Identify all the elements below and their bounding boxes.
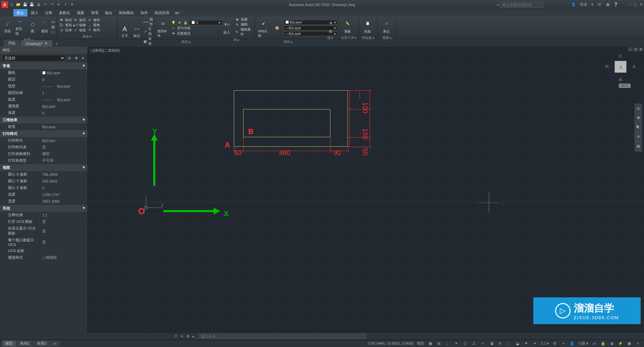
tab-addins[interactable]: 附加模块 bbox=[116, 9, 137, 16]
layer-dropdown[interactable]: 0▾ bbox=[189, 20, 223, 25]
viewcube[interactable]: 北 南 西 东 上 bbox=[607, 53, 634, 80]
prop-mat-value[interactable]: ByLayer bbox=[40, 123, 88, 130]
status-scale[interactable]: 1:1▾ bbox=[540, 341, 549, 346]
cmd-settings-icon[interactable]: ⚙ bbox=[186, 334, 191, 339]
table-button[interactable]: ▦表格 bbox=[144, 37, 153, 46]
linetype-button[interactable]: ⟼线性 bbox=[144, 17, 153, 27]
maximize-icon[interactable]: ▢ bbox=[634, 2, 637, 7]
prop-cz-value[interactable]: 0 bbox=[40, 185, 88, 191]
layer-lock-icon[interactable]: 🔒 bbox=[183, 20, 188, 25]
edit-block-button[interactable]: ✎编辑 bbox=[235, 22, 253, 27]
rotate-button[interactable]: ⟳旋转 bbox=[73, 18, 86, 22]
hatch-icon[interactable]: ▨ bbox=[51, 25, 55, 29]
tab-collab[interactable]: 协作 bbox=[137, 9, 151, 16]
tab-drawing1[interactable]: Drawing1*✕ bbox=[21, 40, 52, 47]
prop-as-value[interactable]: 1:1 bbox=[40, 212, 88, 218]
nav-zoom-icon[interactable]: 🔍 bbox=[635, 123, 642, 132]
quickselect-icon[interactable]: ⧉ bbox=[67, 55, 72, 61]
viewcube-north[interactable]: 北 bbox=[619, 53, 622, 58]
editattr-button[interactable]: ✎编辑属性 bbox=[235, 27, 253, 37]
array-button[interactable]: ⠿阵列 bbox=[87, 28, 100, 33]
dynucs-icon[interactable]: ⬓ bbox=[515, 341, 520, 346]
panel-view-title[interactable]: 视图 ▾ bbox=[378, 35, 396, 40]
selection-filter-icon[interactable]: ▼ bbox=[524, 341, 529, 346]
move-button[interactable]: ✥移动 bbox=[59, 18, 72, 22]
close-icon[interactable]: ✕ bbox=[640, 2, 643, 7]
vp-close-icon[interactable]: ✕ bbox=[639, 47, 643, 51]
gizmo-icon[interactable]: ✦ bbox=[532, 341, 538, 346]
search-input[interactable] bbox=[500, 2, 543, 8]
rect-icon[interactable]: ▭ bbox=[51, 20, 55, 24]
qat-redo-icon[interactable]: ↷ bbox=[50, 2, 54, 7]
prop-cx-value[interactable]: 796.3894 bbox=[40, 171, 88, 178]
signin-dropdown-icon[interactable]: ▾ bbox=[591, 2, 593, 7]
prop-h-value[interactable]: 1156.1787 bbox=[40, 191, 88, 198]
tab-layout2[interactable]: 布局2 bbox=[34, 340, 50, 347]
group-other[interactable]: 其他▾ bbox=[0, 205, 88, 212]
prop-vs-value[interactable]: 二维线框 bbox=[40, 254, 88, 261]
mirror-button[interactable]: ▲▽镜像 bbox=[73, 23, 86, 28]
prop-psa-value[interactable]: 模型 bbox=[40, 151, 88, 157]
signin-icon[interactable]: 👤 bbox=[571, 2, 576, 7]
tab-expand-icon[interactable]: ▣▾ bbox=[173, 11, 182, 15]
base-button[interactable]: ▭基点 bbox=[380, 17, 393, 35]
search-arrow-icon[interactable]: ▸ bbox=[497, 2, 499, 7]
help-icon[interactable]: ❔ bbox=[613, 2, 618, 7]
qat-open-icon[interactable]: 📂 bbox=[16, 2, 21, 7]
qat-dropdown-icon[interactable]: ▾ bbox=[56, 2, 61, 7]
annotation-scale-icon[interactable]: ⚙ bbox=[552, 341, 557, 346]
scale-button[interactable]: ⤢缩放 bbox=[73, 28, 86, 33]
polyline-button[interactable]: 〰多段线 bbox=[14, 17, 26, 37]
transparency-toggle-icon[interactable]: ◨ bbox=[489, 341, 494, 346]
viewcube-west[interactable]: 西 bbox=[605, 64, 609, 69]
prop-ucs2-value[interactable]: 是 bbox=[40, 225, 88, 237]
insert-button[interactable]: ⬇▭插入 bbox=[220, 18, 233, 36]
paste-button[interactable]: 📋粘贴 bbox=[361, 17, 374, 35]
annotation-icon[interactable]: 👤 bbox=[570, 341, 575, 346]
osnap-toggle-icon[interactable]: ◻ bbox=[463, 341, 468, 346]
nav-wheel-icon[interactable]: ◎ bbox=[635, 104, 642, 113]
qat-more-icon[interactable]: ▾ bbox=[70, 2, 74, 7]
prop-ltscale-value[interactable]: 1 bbox=[40, 90, 88, 96]
snap-toggle-icon[interactable]: ⊞ bbox=[436, 341, 442, 346]
viewcube-top-face[interactable]: 上 bbox=[614, 61, 627, 73]
setcurrent-button[interactable]: ✓置为当前 bbox=[171, 26, 223, 31]
viewcube-south[interactable]: 南 bbox=[619, 77, 622, 82]
prop-pstt-value[interactable]: 不可用 bbox=[40, 157, 88, 164]
otrack-toggle-icon[interactable]: ∠ bbox=[471, 341, 477, 346]
clean-screen-icon[interactable]: ▣ bbox=[627, 341, 632, 346]
group-3d[interactable]: 三维效果▾ bbox=[0, 116, 88, 123]
new-tab-button[interactable]: + bbox=[53, 41, 60, 47]
tab-output[interactable]: 输出 bbox=[102, 9, 116, 16]
measure-button[interactable]: 📏测量 bbox=[341, 17, 354, 35]
prop-color-value[interactable]: ByLayer bbox=[40, 69, 88, 76]
layer-freeze-icon[interactable]: ❄ bbox=[177, 20, 182, 25]
panel-layer-title[interactable]: 图层 ▾ bbox=[154, 39, 218, 44]
prop-thick-value[interactable]: 0 bbox=[40, 110, 88, 116]
tab-view[interactable]: 视图 bbox=[73, 9, 88, 16]
prop-ucs3-value[interactable]: 是 bbox=[40, 237, 88, 247]
status-units[interactable]: 小数▾ bbox=[578, 341, 589, 346]
app-logo[interactable]: A bbox=[1, 1, 8, 8]
polar-toggle-icon[interactable]: ✳ bbox=[454, 341, 459, 346]
trim-button[interactable]: ✂修剪 bbox=[87, 18, 100, 22]
viewport-label[interactable]: [-][俯视][二维线框] bbox=[91, 48, 120, 53]
panel-clip-title[interactable]: 剪贴板 ▾ bbox=[359, 35, 377, 40]
cmd-close-icon[interactable]: ✕ bbox=[180, 334, 185, 339]
group-plot[interactable]: 打印样式▾ bbox=[0, 130, 88, 137]
qat-save-icon[interactable]: 💾 bbox=[23, 2, 28, 7]
tab-model[interactable]: 模型 bbox=[2, 340, 16, 347]
dim-button[interactable]: ⟼标注 bbox=[131, 24, 142, 39]
prop-cy-value[interactable]: 258.4591 bbox=[40, 178, 88, 184]
drawing-viewport[interactable]: [-][俯视][二维线框] − ▢ ✕ X Y bbox=[88, 47, 644, 333]
tab-annotate[interactable]: 注释 bbox=[42, 9, 56, 16]
hardware-accel-icon[interactable]: ⚡ bbox=[618, 341, 623, 346]
panel-util-title[interactable]: 实用工具 ▾ bbox=[339, 35, 359, 40]
command-input[interactable] bbox=[199, 334, 366, 339]
cmd-handle-icon[interactable]: ⠿ bbox=[174, 334, 179, 339]
group-button[interactable]: ⧉组 bbox=[324, 17, 337, 35]
lweight-toggle-icon[interactable]: ≡ bbox=[480, 341, 485, 346]
selection-dropdown[interactable]: 无选择 bbox=[2, 55, 65, 61]
wcs-badge[interactable]: WCS bbox=[619, 84, 631, 88]
qat-undo-icon[interactable]: ↶ bbox=[43, 2, 48, 7]
